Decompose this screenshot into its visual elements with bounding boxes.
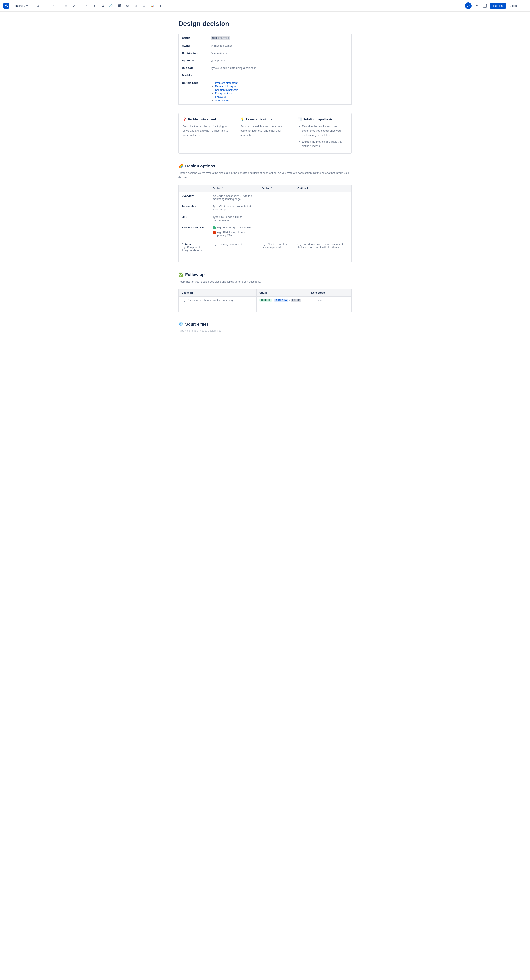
bullet-list-button[interactable]: •: [83, 3, 89, 9]
options-screenshot-1[interactable]: Type /file to add a screenshot of your d…: [210, 202, 259, 213]
svg-rect-1: [483, 4, 487, 8]
page-title: Design decision: [179, 20, 351, 27]
options-header-empty: [179, 185, 210, 192]
link-problem-statement[interactable]: Problem statement: [215, 81, 238, 84]
card-title-solution: 📊 Solution hypothesis: [298, 117, 347, 121]
list-item[interactable]: Research insights: [215, 85, 348, 88]
options-benefits-1[interactable]: + e.g., Encourage traffic to blog − e.g.…: [210, 224, 259, 240]
options-empty-3[interactable]: [294, 254, 351, 262]
tag-decided[interactable]: DECIDED: [259, 299, 272, 302]
more-format-button[interactable]: ···: [51, 3, 57, 9]
options-header-option2: Option 2: [259, 185, 294, 192]
follow-up-status-1[interactable]: DECIDED / IN REVIEW / OTHER: [256, 296, 308, 304]
options-criteria-1[interactable]: e.g., Existing component: [210, 240, 259, 254]
options-overview-3[interactable]: [294, 192, 351, 202]
row-label-screenshot: Screenshot: [179, 202, 210, 213]
options-link-2[interactable]: [259, 213, 294, 224]
list-item[interactable]: Design options: [215, 92, 348, 95]
meta-value-owner[interactable]: @ mention owner: [208, 42, 351, 49]
italic-button[interactable]: I: [43, 3, 49, 9]
list-item[interactable]: Source files: [215, 99, 348, 102]
link-solution-hypothesis[interactable]: Solution hypothesis: [215, 88, 238, 91]
avatar[interactable]: CK: [465, 3, 472, 9]
options-overview-2[interactable]: [259, 192, 294, 202]
list-item: Explain the metrics or signals that defi…: [302, 140, 347, 148]
add-collaborator-button[interactable]: +: [473, 3, 480, 9]
options-row-link: Link Type /link to add a link to documen…: [179, 213, 351, 224]
follow-up-nextsteps-2[interactable]: [308, 304, 351, 312]
row-label-link: Link: [179, 213, 210, 224]
number-list-button[interactable]: #: [91, 3, 98, 9]
follow-up-col-decision: Decision: [179, 289, 257, 296]
source-files-placeholder[interactable]: Type /link to add links to design files.: [179, 329, 351, 332]
options-benefits-2[interactable]: [259, 224, 294, 240]
meta-label-decision: Decision: [179, 72, 208, 79]
close-button[interactable]: Close: [508, 3, 519, 9]
link-follow-up[interactable]: Follow up: [215, 95, 227, 99]
solution-list: Describe the results and user experience…: [298, 124, 347, 148]
list-item[interactable]: Problem statement: [215, 81, 348, 84]
options-row-overview: Overview e.g., Add a secondary CTA to th…: [179, 192, 351, 202]
options-row-benefits: Benefits and risks + e.g., Encourage tra…: [179, 224, 351, 240]
follow-up-decision-2[interactable]: [179, 304, 257, 312]
follow-up-heading: ✅ Follow up: [179, 272, 351, 277]
insert-button[interactable]: +: [157, 3, 164, 9]
list-item[interactable]: Follow up: [215, 95, 348, 99]
follow-up-section: ✅ Follow up Keep track of your design de…: [179, 272, 351, 284]
card-body-research[interactable]: Summarize insights from personas, custom…: [240, 124, 289, 149]
options-criteria-2[interactable]: e.g., Need to create a new component: [259, 240, 294, 254]
link-research-insights[interactable]: Research insights: [215, 85, 236, 88]
meta-value-status[interactable]: NOT STARTED: [208, 34, 351, 42]
chart-button[interactable]: 📊: [149, 3, 156, 9]
emoji-button[interactable]: ☺: [132, 3, 139, 9]
follow-up-status-2[interactable]: [256, 304, 308, 312]
mention-button[interactable]: @: [124, 3, 131, 9]
table-button[interactable]: ⊞: [141, 3, 147, 9]
options-screenshot-3[interactable]: [294, 202, 351, 213]
toolbar-right: CK + Publish Close ···: [465, 3, 527, 9]
image-button[interactable]: 🖼: [116, 3, 123, 9]
link-button[interactable]: 🔗: [108, 3, 114, 9]
follow-up-nextsteps-1[interactable]: Type...: [308, 296, 351, 304]
options-screenshot-2[interactable]: [259, 202, 294, 213]
meta-value-approver[interactable]: @ approver: [208, 57, 351, 64]
options-criteria-3[interactable]: e.g., Need to create a new component tha…: [294, 240, 351, 254]
on-this-page-list: Problem statement Research insights Solu…: [211, 81, 348, 102]
link-design-options[interactable]: Design options: [215, 92, 233, 95]
options-empty-2[interactable]: [259, 254, 294, 262]
status-tags: DECIDED / IN REVIEW / OTHER: [259, 299, 305, 302]
tag-other[interactable]: OTHER: [291, 299, 301, 302]
template-button[interactable]: [482, 3, 488, 9]
logo[interactable]: [3, 3, 9, 9]
task-button[interactable]: ☑: [99, 3, 106, 9]
card-body-solution[interactable]: Describe the results and user experience…: [298, 124, 347, 149]
options-empty-1[interactable]: [210, 254, 259, 262]
design-options-desc: List the designs you're evaluating and e…: [179, 171, 351, 180]
meta-value-duedate[interactable]: Type // to add a date using a calendar: [208, 64, 351, 72]
divider-3: [80, 3, 80, 8]
options-link-1[interactable]: Type /link to add a link to documentatio…: [210, 213, 259, 224]
publish-button[interactable]: Publish: [490, 3, 506, 9]
chevron-down-icon: ▾: [27, 5, 27, 7]
options-overview-1[interactable]: e.g., Add a secondary CTA to the marketi…: [210, 192, 259, 202]
nextsteps-placeholder: Type...: [316, 299, 324, 302]
list-item[interactable]: Solution hypothesis: [215, 88, 348, 91]
align-button[interactable]: ≡: [63, 3, 69, 9]
separator-1: /: [273, 299, 273, 301]
meta-value-contributors[interactable]: @ contributors: [208, 49, 351, 57]
follow-up-decision-1[interactable]: e.g., Create a new banner on the homepag…: [179, 296, 257, 304]
link-source-files[interactable]: Source files: [215, 99, 229, 102]
options-link-3[interactable]: [294, 213, 351, 224]
text-format-button[interactable]: A: [71, 3, 78, 9]
meta-value-decision[interactable]: [208, 72, 351, 79]
bold-button[interactable]: B: [34, 3, 41, 9]
options-benefits-3[interactable]: [294, 224, 351, 240]
heading-selector[interactable]: Heading 2 ▾: [11, 3, 29, 8]
benefit-green-text: e.g., Encourage traffic to blog: [217, 226, 252, 229]
card-solution-hypothesis: 📊 Solution hypothesis Describe the resul…: [294, 113, 351, 153]
checkbox-empty[interactable]: [311, 299, 314, 301]
options-empty-label[interactable]: [179, 254, 210, 262]
more-options-button[interactable]: ···: [520, 3, 527, 9]
card-body-problem[interactable]: Describe the problem you're trying to so…: [183, 124, 232, 149]
tag-in-review[interactable]: IN REVIEW: [274, 299, 288, 302]
